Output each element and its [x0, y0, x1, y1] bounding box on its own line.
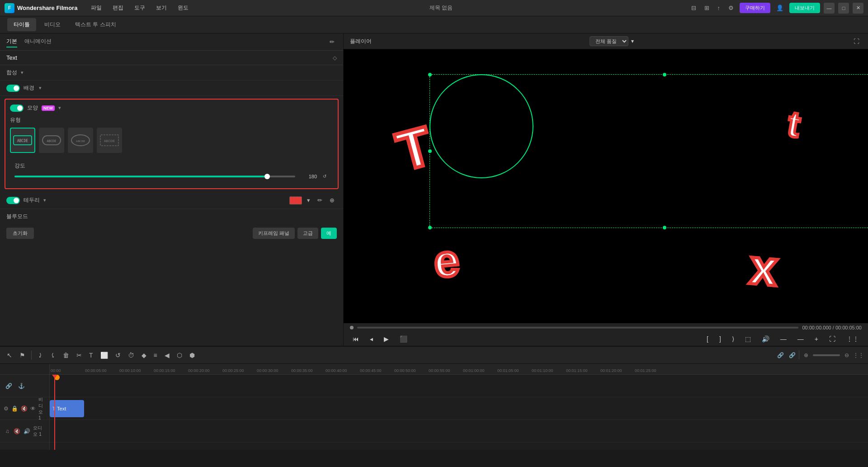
shape-type-1[interactable]: ABCDE	[39, 128, 64, 153]
export-button[interactable]: 내보내기	[789, 3, 820, 13]
handle-tm[interactable]	[663, 73, 666, 76]
color-dropdown-btn[interactable]: ▾	[305, 195, 312, 205]
tl-zoom-in[interactable]: ⊕	[801, 350, 811, 360]
fullscreen-icon[interactable]: ⛶	[851, 37, 862, 46]
progress-track[interactable]	[357, 327, 798, 329]
settings-icon[interactable]: ⚙	[726, 3, 736, 13]
advanced-button[interactable]: 고급	[297, 228, 318, 239]
fullscreen-btn[interactable]: ⛶	[826, 334, 838, 344]
menu-file[interactable]: 파일	[86, 2, 106, 14]
tl-delete-btn[interactable]: 🗑	[61, 350, 71, 360]
audio-btn[interactable]: 🔊	[759, 334, 772, 344]
tl-link-icon[interactable]: 🔗	[775, 350, 785, 360]
track-mute-icon[interactable]: 🔇	[21, 404, 28, 414]
color-add-btn[interactable]: ⊕	[327, 195, 337, 205]
vol-down-btn[interactable]: —	[778, 334, 789, 344]
sub-tab-animation[interactable]: 애니메이션	[24, 36, 52, 48]
zoom-slider-btn[interactable]: —	[795, 334, 807, 344]
crop-btn[interactable]: ⬚	[742, 334, 754, 344]
shape-arrow[interactable]: ▾	[58, 105, 61, 111]
track-settings-icon[interactable]: ⚙	[4, 404, 9, 414]
view-quality-select[interactable]: 전체 품질	[590, 36, 628, 46]
preview-header: 플레이어 전체 품질 ▾ ⛶	[344, 33, 868, 49]
tl-rect-btn[interactable]: ⬜	[98, 350, 110, 360]
tl-timer-btn[interactable]: ⏱	[126, 350, 137, 360]
border-arrow[interactable]: ▾	[43, 197, 46, 203]
ruler-mark-15: 00:01:15:00	[565, 368, 599, 373]
tl-redo-btn[interactable]: ⤹	[48, 350, 58, 360]
handle-bl[interactable]	[428, 226, 432, 229]
track-audio-mute-icon[interactable]: 🔇	[14, 426, 21, 436]
tl-hex2-btn[interactable]: ⬢	[187, 350, 197, 360]
tl-zoom-out[interactable]: ⊖	[842, 350, 852, 360]
expand-icon[interactable]: ⊞	[702, 3, 712, 13]
shape-toggle[interactable]	[10, 105, 24, 112]
handle-bm[interactable]	[663, 226, 666, 229]
track-area: 00:00 00:00:05:00 00:00:10:00 00:00:15:0…	[50, 364, 868, 450]
tl-select-tool[interactable]: ↖	[5, 350, 14, 360]
keyframe-panel-button[interactable]: 키프레임 패널	[253, 228, 295, 239]
tl-cut-btn[interactable]: ✂	[74, 350, 84, 360]
tl-hex1-btn[interactable]: ⬡	[175, 350, 184, 360]
menu-tools[interactable]: 도구	[130, 2, 150, 14]
tab-tts[interactable]: 텍스트 투 스피치	[69, 18, 123, 31]
menu-view[interactable]: 보기	[151, 2, 171, 14]
mark-out-btn[interactable]: ]	[717, 334, 724, 344]
vol-up-btn[interactable]: +	[812, 334, 821, 344]
tl-keyframe-btn[interactable]: ◆	[139, 350, 149, 360]
stop-btn[interactable]: ⬛	[397, 334, 410, 344]
win-close[interactable]: ✕	[853, 3, 863, 14]
sub-tab-basic[interactable]: 기본	[6, 36, 17, 48]
more-btn[interactable]: ⋮⋮	[844, 334, 862, 344]
shape-type-2[interactable]: ABCDE	[68, 128, 93, 153]
reset-button[interactable]: 초기화	[6, 228, 34, 239]
shape-type-3[interactable]: ABCDE	[97, 128, 122, 153]
tl-chain-icon[interactable]: 🔗	[4, 381, 14, 391]
background-arrow[interactable]: ▾	[39, 85, 42, 91]
sub-tab-bar: 기본 애니메이션 ✏	[0, 33, 343, 51]
share-icon[interactable]: ↑	[715, 3, 723, 13]
track-audio-icon[interactable]: ♫	[4, 426, 11, 436]
ai-button[interactable]: 예	[321, 228, 337, 239]
border-toggle[interactable]	[6, 197, 20, 204]
blend-arrow[interactable]: ▾	[21, 70, 24, 76]
tl-back-btn[interactable]: ◀	[162, 350, 172, 360]
prev-frame-btn[interactable]: ⏮	[350, 334, 362, 344]
handle-tl[interactable]	[428, 73, 432, 76]
shape-toggle-knob	[17, 105, 23, 111]
tl-adjust-btn[interactable]: ≡	[151, 350, 160, 360]
tl-rotate-btn[interactable]: ↺	[113, 350, 123, 360]
tl-more-icon[interactable]: ⋮⋮	[854, 350, 863, 360]
buy-button[interactable]: 구매하기	[740, 3, 770, 13]
tl-magnet2-icon[interactable]: ⚓	[16, 381, 26, 391]
menu-window[interactable]: 윈도	[173, 2, 193, 14]
tl-magnet-icon[interactable]: 🔗	[787, 350, 797, 360]
track-audio-vol-icon[interactable]: 🔊	[24, 426, 31, 436]
tab-video[interactable]: 비디오	[38, 18, 67, 31]
play-btn[interactable]: ▶	[381, 334, 392, 344]
tab-title[interactable]: 타이틀	[7, 18, 36, 31]
track-lock-icon[interactable]: 🔒	[11, 404, 18, 414]
split-btn[interactable]: ⟩	[729, 334, 737, 344]
win-maximize[interactable]: □	[838, 3, 849, 14]
shape-type-0[interactable]: ABCDE	[10, 128, 35, 153]
tl-blade-tool[interactable]: ⚑	[17, 350, 28, 360]
color-picker-btn[interactable]: ✏	[315, 195, 325, 205]
intensity-slider-track[interactable]	[14, 176, 295, 177]
border-color-swatch[interactable]	[289, 196, 302, 205]
tl-text-btn[interactable]: T	[87, 350, 95, 360]
intensity-reset-icon[interactable]: ↺	[321, 172, 329, 180]
background-toggle[interactable]	[6, 85, 20, 92]
mark-in-btn[interactable]: [	[704, 334, 711, 344]
menu-edit[interactable]: 편집	[108, 2, 128, 14]
tl-undo-btn[interactable]: ⤸	[35, 350, 45, 360]
intensity-slider-thumb[interactable]	[264, 174, 270, 179]
user-icon[interactable]: 👤	[774, 3, 786, 13]
win-minimize[interactable]: —	[824, 3, 835, 14]
step-back-btn[interactable]: ◂	[367, 334, 376, 344]
edit-icon[interactable]: ✏	[327, 36, 337, 48]
track-label-video1: ⚙ 🔒 🔇 👁 비디오 1	[0, 397, 49, 420]
track-eye-icon[interactable]: 👁	[30, 404, 36, 414]
minimize-icon[interactable]: ⊟	[689, 3, 698, 13]
tl-zoom-track[interactable]	[813, 354, 840, 356]
